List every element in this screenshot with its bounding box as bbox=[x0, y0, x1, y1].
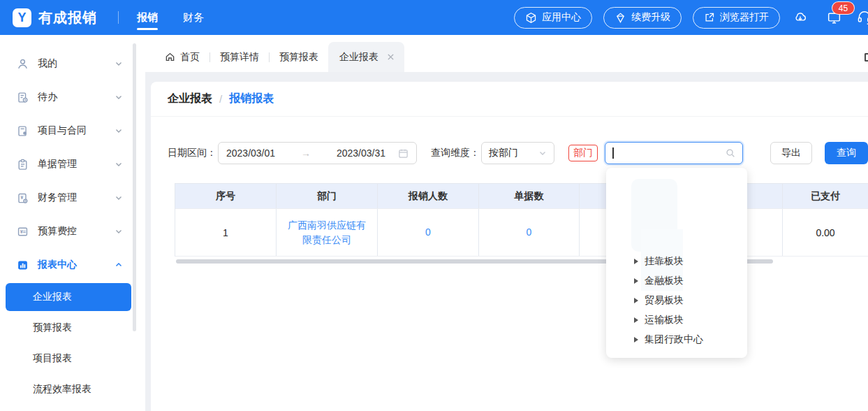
date-range-label: 日期区间： bbox=[168, 147, 216, 159]
open-in-browser-button[interactable]: 浏览器打开 bbox=[693, 7, 780, 29]
sidebar-subitem-process-efficiency-reports[interactable]: 流程效率报表 bbox=[0, 374, 133, 405]
export-button[interactable]: 导出 bbox=[770, 142, 812, 164]
project-contract-icon bbox=[17, 125, 29, 137]
tree-item-maoyi[interactable]: 贸易板块 bbox=[606, 291, 747, 310]
department-tag: 部门 bbox=[568, 145, 598, 161]
cloud-download-icon[interactable] bbox=[791, 8, 809, 27]
app-logo[interactable]: Y 有成报销 bbox=[0, 8, 97, 27]
sidebar-item-label: 预算费控 bbox=[38, 225, 77, 238]
dimension-select[interactable]: 按部门 bbox=[481, 142, 554, 164]
top-nav: 报销 财务 bbox=[137, 0, 204, 35]
page-breadcrumb: 企业报表 / 报销报表 bbox=[151, 82, 868, 117]
expand-caret-icon[interactable] bbox=[634, 259, 638, 264]
date-range-picker[interactable]: 2023/03/01 → 2023/03/31 bbox=[218, 142, 417, 164]
column-header-reimburser-count: 报销人数 bbox=[378, 184, 479, 208]
home-icon bbox=[165, 52, 175, 62]
calendar-icon bbox=[398, 148, 409, 159]
sidebar-scrollbar[interactable] bbox=[133, 43, 136, 331]
sidebar-item-budget[interactable]: ¥= 预算费控 bbox=[0, 215, 133, 248]
content-card: 企业报表 / 报销报表 日期区间： 2023/03/01 → 2023/03/3… bbox=[151, 82, 868, 411]
report-center-icon bbox=[17, 259, 29, 271]
expand-caret-icon[interactable] bbox=[634, 317, 638, 323]
column-header-department: 部门 bbox=[277, 184, 378, 208]
text-cursor bbox=[612, 147, 614, 159]
breadcrumb-current[interactable]: 报销报表 bbox=[229, 92, 274, 106]
tab-budget-report[interactable]: 预算报表 bbox=[270, 42, 328, 72]
sidebar-menu: 我的 待办 项目与合同 bbox=[0, 47, 133, 405]
document-count-link[interactable]: 0 bbox=[527, 225, 532, 240]
renew-upgrade-button[interactable]: 续费升级 bbox=[603, 7, 682, 29]
finance-manage-icon: ¥ bbox=[17, 192, 29, 204]
tab-label: 首页 bbox=[180, 51, 200, 64]
tree-item-jituan-xingzheng[interactable]: 集团行政中心 bbox=[606, 330, 747, 349]
breadcrumb-parent: 企业报表 bbox=[168, 92, 212, 106]
sidebar-item-label: 报表中心 bbox=[38, 259, 77, 271]
sidebar-item-todo[interactable]: 待办 bbox=[0, 80, 133, 114]
logo-icon: Y bbox=[13, 8, 31, 27]
filter-bar: 日期区间： 2023/03/01 → 2023/03/31 查询维度： 按部门 … bbox=[168, 142, 868, 164]
upgrade-gem-icon bbox=[615, 12, 626, 24]
date-end-value[interactable]: 2023/03/31 bbox=[337, 147, 385, 159]
sidebar: 我的 待办 项目与合同 bbox=[0, 35, 145, 411]
nav-item-caiwu[interactable]: 财务 bbox=[183, 0, 204, 35]
department-dropdown: 挂靠板块 金融板块 贸易板块 运输板块 集团行政中心 bbox=[606, 168, 747, 358]
sidebar-item-projects-contracts[interactable]: 项目与合同 bbox=[0, 114, 133, 147]
app-center-button[interactable]: 应用中心 bbox=[514, 7, 592, 29]
clipped-toolbar-icon[interactable] bbox=[865, 53, 868, 62]
column-header-seq: 序号 bbox=[175, 184, 277, 208]
renew-upgrade-label: 续费升级 bbox=[631, 11, 670, 24]
budget-control-icon: ¥= bbox=[17, 226, 29, 238]
date-range-arrow-icon: → bbox=[281, 147, 331, 159]
tab-home[interactable]: 首页 bbox=[155, 42, 209, 72]
dimension-label: 查询维度： bbox=[431, 147, 480, 159]
column-header-paid: 已支付 bbox=[782, 184, 868, 208]
open-in-browser-icon bbox=[704, 12, 715, 23]
expand-caret-icon[interactable] bbox=[634, 278, 638, 284]
svg-text:¥: ¥ bbox=[20, 194, 24, 201]
user-icon bbox=[17, 58, 29, 70]
sidebar-subitem-budget-reports[interactable]: 预算报表 bbox=[0, 312, 133, 343]
cell-document-count: 0 bbox=[479, 209, 580, 256]
chevron-down-icon bbox=[115, 194, 123, 202]
horizontal-scrollbar bbox=[175, 259, 868, 264]
tree-item-yunshu[interactable]: 运输板块 bbox=[606, 310, 747, 330]
cell-paid: 0.00 bbox=[782, 209, 868, 256]
nav-item-baoxiao[interactable]: 报销 bbox=[137, 0, 158, 35]
sidebar-item-documents[interactable]: 单据管理 bbox=[0, 147, 133, 181]
topbar-actions: 应用中心 续费升级 浏览器打开 bbox=[514, 7, 868, 29]
department-link[interactable]: 广西南羽供应链有限责任公司 bbox=[285, 218, 369, 247]
date-start-value[interactable]: 2023/03/01 bbox=[226, 147, 275, 159]
tab-enterprise-report[interactable]: 企业报表 bbox=[328, 42, 404, 72]
department-search-input[interactable] bbox=[605, 142, 743, 164]
tree-item-label: 集团行政中心 bbox=[645, 333, 703, 346]
chevron-down-icon bbox=[115, 160, 123, 168]
divider bbox=[118, 11, 119, 24]
cell-seq: 1 bbox=[175, 209, 277, 256]
tab-budget-detail[interactable]: 预算详情 bbox=[210, 42, 269, 72]
tree-item-label: 金融板块 bbox=[645, 275, 684, 287]
tree-item-label: 贸易板块 bbox=[645, 294, 684, 307]
close-icon[interactable] bbox=[387, 53, 395, 61]
chevron-down-icon bbox=[115, 127, 123, 135]
headset-support-icon[interactable] bbox=[855, 8, 868, 27]
sidebar-subitem-project-reports[interactable]: 项目报表 bbox=[0, 343, 133, 374]
tab-label: 企业报表 bbox=[339, 51, 378, 64]
cell-department: 广西南羽供应链有限责任公司 bbox=[277, 209, 378, 256]
notifications-icon[interactable]: 45 bbox=[825, 8, 843, 27]
expand-caret-icon[interactable] bbox=[634, 337, 638, 342]
sidebar-item-reports[interactable]: 报表中心 bbox=[0, 248, 133, 282]
sidebar-item-label: 我的 bbox=[38, 57, 57, 70]
expand-caret-icon[interactable] bbox=[634, 298, 638, 303]
tree-item-guakao[interactable]: 挂靠板块 bbox=[606, 252, 747, 271]
chevron-down-icon bbox=[115, 59, 123, 68]
todo-icon bbox=[17, 92, 29, 103]
query-button[interactable]: 查询 bbox=[825, 142, 868, 164]
dimension-value: 按部门 bbox=[489, 147, 518, 159]
sidebar-subitem-enterprise-reports[interactable]: 企业报表 bbox=[6, 283, 131, 311]
sidebar-item-finance[interactable]: ¥ 财务管理 bbox=[0, 181, 133, 215]
sidebar-item-mine[interactable]: 我的 bbox=[0, 47, 133, 80]
tree-item-jinrong[interactable]: 金融板块 bbox=[606, 271, 747, 291]
table-row: 1 广西南羽供应链有限责任公司 0 0 0.00 bbox=[175, 208, 868, 257]
reimburser-count-link[interactable]: 0 bbox=[425, 225, 431, 240]
open-in-browser-label: 浏览器打开 bbox=[720, 11, 769, 24]
